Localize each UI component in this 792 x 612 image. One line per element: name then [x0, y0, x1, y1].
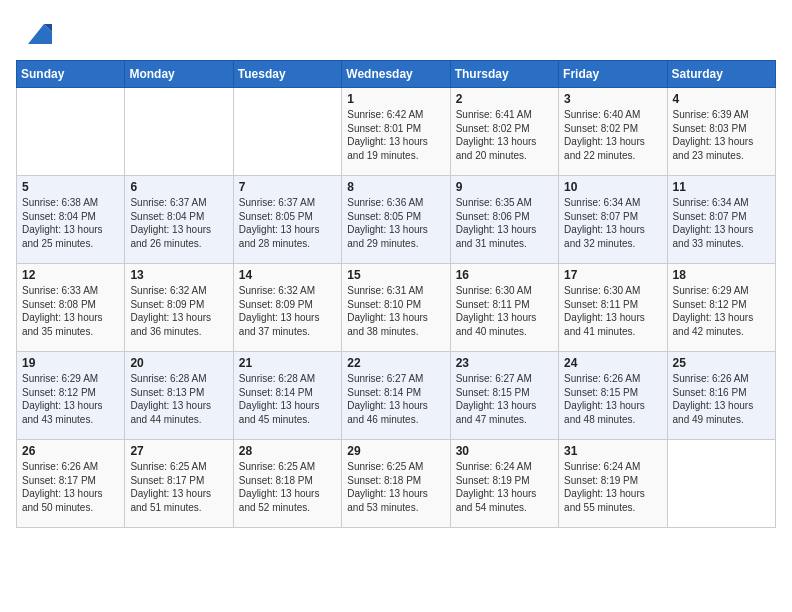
calendar-cell: 30Sunrise: 6:24 AM Sunset: 8:19 PM Dayli… — [450, 440, 558, 528]
day-number: 31 — [564, 444, 661, 458]
calendar-cell: 23Sunrise: 6:27 AM Sunset: 8:15 PM Dayli… — [450, 352, 558, 440]
weekday-header: Sunday — [17, 61, 125, 88]
day-number: 7 — [239, 180, 336, 194]
day-number: 10 — [564, 180, 661, 194]
calendar-cell: 16Sunrise: 6:30 AM Sunset: 8:11 PM Dayli… — [450, 264, 558, 352]
calendar-cell: 13Sunrise: 6:32 AM Sunset: 8:09 PM Dayli… — [125, 264, 233, 352]
day-info: Sunrise: 6:24 AM Sunset: 8:19 PM Dayligh… — [456, 460, 553, 514]
calendar-cell: 27Sunrise: 6:25 AM Sunset: 8:17 PM Dayli… — [125, 440, 233, 528]
day-number: 25 — [673, 356, 770, 370]
calendar-week-row: 19Sunrise: 6:29 AM Sunset: 8:12 PM Dayli… — [17, 352, 776, 440]
calendar-cell — [17, 88, 125, 176]
calendar-cell: 2Sunrise: 6:41 AM Sunset: 8:02 PM Daylig… — [450, 88, 558, 176]
day-number: 1 — [347, 92, 444, 106]
calendar-cell: 6Sunrise: 6:37 AM Sunset: 8:04 PM Daylig… — [125, 176, 233, 264]
day-number: 6 — [130, 180, 227, 194]
day-info: Sunrise: 6:31 AM Sunset: 8:10 PM Dayligh… — [347, 284, 444, 338]
day-info: Sunrise: 6:35 AM Sunset: 8:06 PM Dayligh… — [456, 196, 553, 250]
calendar-cell — [667, 440, 775, 528]
calendar-cell: 20Sunrise: 6:28 AM Sunset: 8:13 PM Dayli… — [125, 352, 233, 440]
day-info: Sunrise: 6:41 AM Sunset: 8:02 PM Dayligh… — [456, 108, 553, 162]
day-info: Sunrise: 6:27 AM Sunset: 8:15 PM Dayligh… — [456, 372, 553, 426]
day-info: Sunrise: 6:30 AM Sunset: 8:11 PM Dayligh… — [564, 284, 661, 338]
day-number: 21 — [239, 356, 336, 370]
weekday-header: Wednesday — [342, 61, 450, 88]
calendar-cell: 18Sunrise: 6:29 AM Sunset: 8:12 PM Dayli… — [667, 264, 775, 352]
day-number: 18 — [673, 268, 770, 282]
day-number: 12 — [22, 268, 119, 282]
day-number: 17 — [564, 268, 661, 282]
calendar-week-row: 12Sunrise: 6:33 AM Sunset: 8:08 PM Dayli… — [17, 264, 776, 352]
calendar-cell: 4Sunrise: 6:39 AM Sunset: 8:03 PM Daylig… — [667, 88, 775, 176]
day-info: Sunrise: 6:42 AM Sunset: 8:01 PM Dayligh… — [347, 108, 444, 162]
logo-icon — [20, 16, 52, 48]
calendar-cell: 12Sunrise: 6:33 AM Sunset: 8:08 PM Dayli… — [17, 264, 125, 352]
day-info: Sunrise: 6:26 AM Sunset: 8:15 PM Dayligh… — [564, 372, 661, 426]
day-info: Sunrise: 6:27 AM Sunset: 8:14 PM Dayligh… — [347, 372, 444, 426]
day-info: Sunrise: 6:34 AM Sunset: 8:07 PM Dayligh… — [673, 196, 770, 250]
day-info: Sunrise: 6:26 AM Sunset: 8:16 PM Dayligh… — [673, 372, 770, 426]
calendar-cell: 14Sunrise: 6:32 AM Sunset: 8:09 PM Dayli… — [233, 264, 341, 352]
day-number: 24 — [564, 356, 661, 370]
weekday-header: Friday — [559, 61, 667, 88]
day-number: 15 — [347, 268, 444, 282]
day-number: 5 — [22, 180, 119, 194]
day-number: 30 — [456, 444, 553, 458]
day-info: Sunrise: 6:24 AM Sunset: 8:19 PM Dayligh… — [564, 460, 661, 514]
day-info: Sunrise: 6:30 AM Sunset: 8:11 PM Dayligh… — [456, 284, 553, 338]
calendar-cell: 11Sunrise: 6:34 AM Sunset: 8:07 PM Dayli… — [667, 176, 775, 264]
day-info: Sunrise: 6:40 AM Sunset: 8:02 PM Dayligh… — [564, 108, 661, 162]
calendar-cell: 8Sunrise: 6:36 AM Sunset: 8:05 PM Daylig… — [342, 176, 450, 264]
calendar-header: SundayMondayTuesdayWednesdayThursdayFrid… — [17, 61, 776, 88]
day-number: 16 — [456, 268, 553, 282]
calendar-cell: 22Sunrise: 6:27 AM Sunset: 8:14 PM Dayli… — [342, 352, 450, 440]
calendar-cell: 24Sunrise: 6:26 AM Sunset: 8:15 PM Dayli… — [559, 352, 667, 440]
day-info: Sunrise: 6:25 AM Sunset: 8:17 PM Dayligh… — [130, 460, 227, 514]
day-info: Sunrise: 6:25 AM Sunset: 8:18 PM Dayligh… — [239, 460, 336, 514]
calendar-cell: 7Sunrise: 6:37 AM Sunset: 8:05 PM Daylig… — [233, 176, 341, 264]
weekday-header: Thursday — [450, 61, 558, 88]
day-info: Sunrise: 6:36 AM Sunset: 8:05 PM Dayligh… — [347, 196, 444, 250]
calendar-cell — [233, 88, 341, 176]
day-number: 27 — [130, 444, 227, 458]
calendar-cell: 3Sunrise: 6:40 AM Sunset: 8:02 PM Daylig… — [559, 88, 667, 176]
calendar-cell: 17Sunrise: 6:30 AM Sunset: 8:11 PM Dayli… — [559, 264, 667, 352]
day-info: Sunrise: 6:29 AM Sunset: 8:12 PM Dayligh… — [673, 284, 770, 338]
day-number: 14 — [239, 268, 336, 282]
calendar-week-row: 5Sunrise: 6:38 AM Sunset: 8:04 PM Daylig… — [17, 176, 776, 264]
day-number: 4 — [673, 92, 770, 106]
day-info: Sunrise: 6:28 AM Sunset: 8:13 PM Dayligh… — [130, 372, 227, 426]
day-number: 13 — [130, 268, 227, 282]
day-number: 22 — [347, 356, 444, 370]
day-info: Sunrise: 6:37 AM Sunset: 8:04 PM Dayligh… — [130, 196, 227, 250]
calendar-week-row: 1Sunrise: 6:42 AM Sunset: 8:01 PM Daylig… — [17, 88, 776, 176]
day-number: 3 — [564, 92, 661, 106]
day-number: 11 — [673, 180, 770, 194]
calendar-table: SundayMondayTuesdayWednesdayThursdayFrid… — [16, 60, 776, 528]
weekday-header: Tuesday — [233, 61, 341, 88]
calendar-cell: 21Sunrise: 6:28 AM Sunset: 8:14 PM Dayli… — [233, 352, 341, 440]
logo — [16, 16, 52, 48]
weekday-header: Saturday — [667, 61, 775, 88]
day-info: Sunrise: 6:29 AM Sunset: 8:12 PM Dayligh… — [22, 372, 119, 426]
calendar-body: 1Sunrise: 6:42 AM Sunset: 8:01 PM Daylig… — [17, 88, 776, 528]
day-info: Sunrise: 6:34 AM Sunset: 8:07 PM Dayligh… — [564, 196, 661, 250]
day-number: 26 — [22, 444, 119, 458]
calendar-week-row: 26Sunrise: 6:26 AM Sunset: 8:17 PM Dayli… — [17, 440, 776, 528]
calendar-cell: 29Sunrise: 6:25 AM Sunset: 8:18 PM Dayli… — [342, 440, 450, 528]
day-info: Sunrise: 6:38 AM Sunset: 8:04 PM Dayligh… — [22, 196, 119, 250]
day-info: Sunrise: 6:32 AM Sunset: 8:09 PM Dayligh… — [130, 284, 227, 338]
day-info: Sunrise: 6:33 AM Sunset: 8:08 PM Dayligh… — [22, 284, 119, 338]
calendar-cell: 10Sunrise: 6:34 AM Sunset: 8:07 PM Dayli… — [559, 176, 667, 264]
calendar-cell: 26Sunrise: 6:26 AM Sunset: 8:17 PM Dayli… — [17, 440, 125, 528]
calendar-cell: 15Sunrise: 6:31 AM Sunset: 8:10 PM Dayli… — [342, 264, 450, 352]
calendar-cell: 28Sunrise: 6:25 AM Sunset: 8:18 PM Dayli… — [233, 440, 341, 528]
day-info: Sunrise: 6:25 AM Sunset: 8:18 PM Dayligh… — [347, 460, 444, 514]
day-number: 9 — [456, 180, 553, 194]
day-info: Sunrise: 6:28 AM Sunset: 8:14 PM Dayligh… — [239, 372, 336, 426]
day-info: Sunrise: 6:32 AM Sunset: 8:09 PM Dayligh… — [239, 284, 336, 338]
day-number: 19 — [22, 356, 119, 370]
calendar-cell: 25Sunrise: 6:26 AM Sunset: 8:16 PM Dayli… — [667, 352, 775, 440]
day-number: 2 — [456, 92, 553, 106]
day-number: 28 — [239, 444, 336, 458]
